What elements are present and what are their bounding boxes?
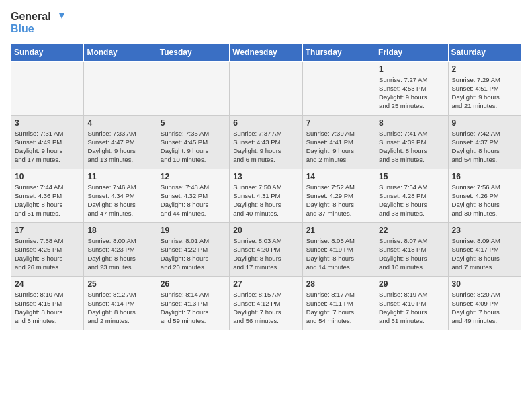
day-info: Sunrise: 8:20 AM Sunset: 4:09 PM Dayligh… bbox=[452, 290, 517, 326]
week-row-1: 3Sunrise: 7:31 AM Sunset: 4:49 PM Daylig… bbox=[11, 115, 521, 169]
calendar-cell: 2Sunrise: 7:29 AM Sunset: 4:51 PM Daylig… bbox=[448, 61, 521, 115]
day-number: 13 bbox=[233, 172, 298, 181]
day-number: 4 bbox=[87, 118, 152, 128]
calendar-cell: 16Sunrise: 7:56 AM Sunset: 4:26 PM Dayli… bbox=[448, 169, 521, 222]
day-number: 6 bbox=[233, 118, 298, 128]
day-number: 22 bbox=[379, 226, 444, 235]
calendar-cell: 17Sunrise: 7:58 AM Sunset: 4:25 PM Dayli… bbox=[11, 222, 84, 276]
col-header-saturday: Saturday bbox=[448, 43, 521, 61]
day-number: 25 bbox=[87, 279, 152, 289]
day-number: 17 bbox=[15, 226, 80, 235]
calendar-cell: 3Sunrise: 7:31 AM Sunset: 4:49 PM Daylig… bbox=[11, 115, 84, 169]
header: General Blue bbox=[11, 11, 521, 35]
calendar-cell: 1Sunrise: 7:27 AM Sunset: 4:53 PM Daylig… bbox=[375, 61, 448, 115]
day-number: 2 bbox=[452, 64, 517, 74]
day-info: Sunrise: 8:19 AM Sunset: 4:10 PM Dayligh… bbox=[379, 290, 444, 326]
calendar-cell: 19Sunrise: 8:01 AM Sunset: 4:22 PM Dayli… bbox=[157, 222, 229, 276]
day-number: 18 bbox=[87, 226, 152, 235]
day-number: 10 bbox=[15, 172, 80, 181]
day-info: Sunrise: 8:12 AM Sunset: 4:14 PM Dayligh… bbox=[87, 290, 152, 326]
calendar-cell: 6Sunrise: 7:37 AM Sunset: 4:43 PM Daylig… bbox=[230, 115, 302, 169]
day-info: Sunrise: 7:56 AM Sunset: 4:26 PM Dayligh… bbox=[452, 183, 517, 218]
day-info: Sunrise: 7:46 AM Sunset: 4:34 PM Dayligh… bbox=[87, 183, 152, 218]
calendar-cell: 25Sunrise: 8:12 AM Sunset: 4:14 PM Dayli… bbox=[84, 276, 157, 330]
day-info: Sunrise: 8:09 AM Sunset: 4:17 PM Dayligh… bbox=[452, 236, 517, 272]
day-number: 11 bbox=[87, 172, 152, 181]
day-number: 15 bbox=[379, 172, 444, 181]
week-row-4: 24Sunrise: 8:10 AM Sunset: 4:15 PM Dayli… bbox=[11, 276, 521, 330]
day-number: 30 bbox=[452, 279, 517, 289]
day-info: Sunrise: 7:58 AM Sunset: 4:25 PM Dayligh… bbox=[15, 236, 80, 272]
day-info: Sunrise: 8:03 AM Sunset: 4:20 PM Dayligh… bbox=[233, 236, 298, 272]
day-number: 26 bbox=[161, 279, 226, 289]
calendar-cell: 26Sunrise: 8:14 AM Sunset: 4:13 PM Dayli… bbox=[157, 276, 229, 330]
day-number: 3 bbox=[15, 118, 80, 128]
day-info: Sunrise: 7:29 AM Sunset: 4:51 PM Dayligh… bbox=[452, 75, 517, 111]
page-container: General Blue SundayMondayTuesdayWednesda… bbox=[0, 0, 532, 336]
col-header-friday: Friday bbox=[375, 43, 448, 61]
day-info: Sunrise: 7:33 AM Sunset: 4:47 PM Dayligh… bbox=[87, 129, 152, 165]
calendar-cell: 4Sunrise: 7:33 AM Sunset: 4:47 PM Daylig… bbox=[84, 115, 157, 169]
day-number: 14 bbox=[306, 172, 371, 181]
day-info: Sunrise: 8:17 AM Sunset: 4:11 PM Dayligh… bbox=[306, 290, 371, 326]
logo-general: General bbox=[11, 11, 51, 23]
day-info: Sunrise: 7:37 AM Sunset: 4:43 PM Dayligh… bbox=[233, 129, 298, 165]
day-number: 9 bbox=[452, 118, 517, 128]
calendar-cell bbox=[11, 61, 84, 115]
day-info: Sunrise: 7:39 AM Sunset: 4:41 PM Dayligh… bbox=[306, 129, 371, 165]
day-info: Sunrise: 7:41 AM Sunset: 4:39 PM Dayligh… bbox=[379, 129, 444, 165]
day-info: Sunrise: 8:00 AM Sunset: 4:23 PM Dayligh… bbox=[87, 236, 152, 272]
calendar-cell: 21Sunrise: 8:05 AM Sunset: 4:19 PM Dayli… bbox=[302, 222, 375, 276]
calendar-cell: 22Sunrise: 8:07 AM Sunset: 4:18 PM Dayli… bbox=[375, 222, 448, 276]
calendar-cell: 23Sunrise: 8:09 AM Sunset: 4:17 PM Dayli… bbox=[448, 222, 521, 276]
day-info: Sunrise: 7:52 AM Sunset: 4:29 PM Dayligh… bbox=[306, 183, 371, 218]
day-number: 21 bbox=[306, 226, 371, 235]
week-row-3: 17Sunrise: 7:58 AM Sunset: 4:25 PM Dayli… bbox=[11, 222, 521, 276]
day-number: 23 bbox=[452, 226, 517, 235]
calendar-cell: 14Sunrise: 7:52 AM Sunset: 4:29 PM Dayli… bbox=[302, 169, 375, 222]
calendar-cell: 24Sunrise: 8:10 AM Sunset: 4:15 PM Dayli… bbox=[11, 276, 84, 330]
day-info: Sunrise: 7:44 AM Sunset: 4:36 PM Dayligh… bbox=[15, 183, 80, 218]
week-row-0: 1Sunrise: 7:27 AM Sunset: 4:53 PM Daylig… bbox=[11, 61, 521, 115]
calendar-cell bbox=[230, 61, 302, 115]
day-info: Sunrise: 7:35 AM Sunset: 4:45 PM Dayligh… bbox=[161, 129, 226, 165]
day-number: 1 bbox=[379, 64, 444, 74]
calendar-cell bbox=[302, 61, 375, 115]
day-number: 24 bbox=[15, 279, 80, 289]
calendar-cell: 12Sunrise: 7:48 AM Sunset: 4:32 PM Dayli… bbox=[157, 169, 229, 222]
day-info: Sunrise: 7:31 AM Sunset: 4:49 PM Dayligh… bbox=[15, 129, 80, 165]
col-header-monday: Monday bbox=[84, 43, 157, 61]
day-info: Sunrise: 8:07 AM Sunset: 4:18 PM Dayligh… bbox=[379, 236, 444, 272]
calendar-table: SundayMondayTuesdayWednesdayThursdayFrid… bbox=[11, 43, 521, 330]
calendar-cell: 5Sunrise: 7:35 AM Sunset: 4:45 PM Daylig… bbox=[157, 115, 229, 169]
day-number: 8 bbox=[379, 118, 444, 128]
day-info: Sunrise: 7:54 AM Sunset: 4:28 PM Dayligh… bbox=[379, 183, 444, 218]
calendar-cell: 20Sunrise: 8:03 AM Sunset: 4:20 PM Dayli… bbox=[230, 222, 302, 276]
col-header-wednesday: Wednesday bbox=[230, 43, 302, 61]
day-info: Sunrise: 7:48 AM Sunset: 4:32 PM Dayligh… bbox=[161, 183, 226, 218]
day-info: Sunrise: 7:42 AM Sunset: 4:37 PM Dayligh… bbox=[452, 129, 517, 165]
logo-blue: Blue bbox=[11, 23, 64, 35]
calendar-cell: 15Sunrise: 7:54 AM Sunset: 4:28 PM Dayli… bbox=[375, 169, 448, 222]
svg-marker-0 bbox=[59, 13, 64, 19]
day-number: 19 bbox=[161, 226, 226, 235]
calendar-cell: 10Sunrise: 7:44 AM Sunset: 4:36 PM Dayli… bbox=[11, 169, 84, 222]
calendar-cell: 18Sunrise: 8:00 AM Sunset: 4:23 PM Dayli… bbox=[84, 222, 157, 276]
day-number: 12 bbox=[161, 172, 226, 181]
col-header-sunday: Sunday bbox=[11, 43, 84, 61]
logo: General Blue bbox=[11, 11, 64, 35]
day-number: 16 bbox=[452, 172, 517, 181]
calendar-cell: 11Sunrise: 7:46 AM Sunset: 4:34 PM Dayli… bbox=[84, 169, 157, 222]
day-info: Sunrise: 8:14 AM Sunset: 4:13 PM Dayligh… bbox=[161, 290, 226, 326]
calendar-cell: 29Sunrise: 8:19 AM Sunset: 4:10 PM Dayli… bbox=[375, 276, 448, 330]
logo-bird-icon bbox=[52, 11, 64, 23]
calendar-cell: 27Sunrise: 8:15 AM Sunset: 4:12 PM Dayli… bbox=[230, 276, 302, 330]
calendar-cell: 8Sunrise: 7:41 AM Sunset: 4:39 PM Daylig… bbox=[375, 115, 448, 169]
calendar-cell: 7Sunrise: 7:39 AM Sunset: 4:41 PM Daylig… bbox=[302, 115, 375, 169]
calendar-cell: 13Sunrise: 7:50 AM Sunset: 4:31 PM Dayli… bbox=[230, 169, 302, 222]
day-info: Sunrise: 8:01 AM Sunset: 4:22 PM Dayligh… bbox=[161, 236, 226, 272]
day-number: 5 bbox=[161, 118, 226, 128]
day-info: Sunrise: 8:10 AM Sunset: 4:15 PM Dayligh… bbox=[15, 290, 80, 326]
day-number: 7 bbox=[306, 118, 371, 128]
day-info: Sunrise: 7:50 AM Sunset: 4:31 PM Dayligh… bbox=[233, 183, 298, 218]
